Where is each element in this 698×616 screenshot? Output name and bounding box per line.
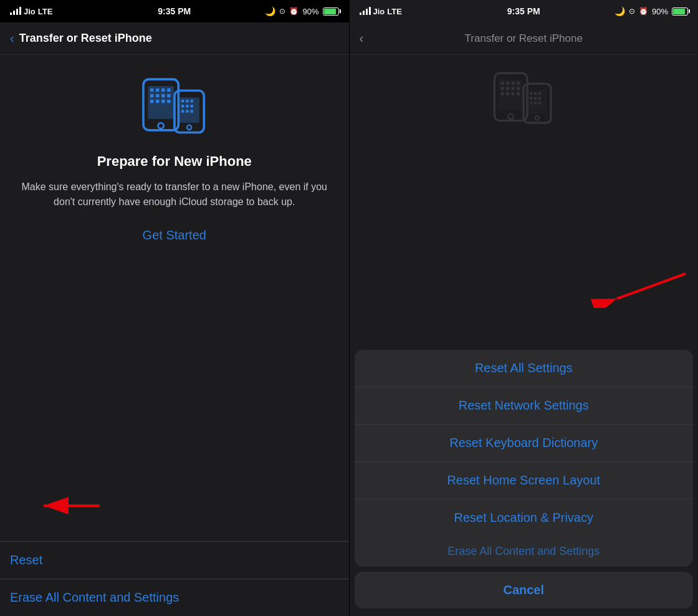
left-phone-panel: Jio LTE 9:35 PM 🌙 ⊙ ⏰ 90% ‹ Transfer or … (0, 0, 350, 616)
svg-rect-12 (161, 100, 165, 103)
svg-rect-53 (534, 102, 537, 104)
moon-icon: 🌙 (265, 6, 275, 16)
svg-rect-46 (530, 92, 532, 95)
svg-point-55 (535, 116, 540, 120)
signal-bars (10, 7, 21, 15)
right-network: LTE (387, 7, 402, 16)
svg-rect-49 (530, 97, 532, 100)
right-nav-title: Transfer or Reset iPhone (350, 32, 699, 45)
get-started-button[interactable]: Get Started (143, 228, 206, 243)
svg-rect-32 (506, 82, 509, 85)
svg-rect-51 (538, 97, 541, 100)
right-battery-icon (672, 7, 688, 16)
svg-rect-34 (517, 82, 520, 85)
right-carrier: Jio (373, 7, 385, 16)
reset-location-privacy-item[interactable]: Reset Location & Privacy (355, 499, 694, 536)
action-sheet-group: Reset All Settings Reset Network Setting… (355, 350, 694, 567)
alarm-icon: ⏰ (289, 7, 299, 16)
cancel-button[interactable]: Cancel (355, 572, 694, 609)
left-main-content: Prepare for New iPhone Make sure everyth… (0, 55, 349, 541)
svg-rect-35 (501, 87, 504, 90)
battery-percent-left: 90% (302, 7, 318, 16)
svg-rect-9 (167, 94, 170, 97)
right-status-bar: Jio LTE 9:35 PM 🌙 ⊙ ⏰ 90% (350, 0, 699, 22)
right-status-right: 🌙 ⊙ ⏰ 90% (614, 6, 688, 16)
svg-rect-11 (156, 100, 159, 103)
left-status-bar: Jio LTE 9:35 PM 🌙 ⊙ ⏰ 90% (0, 0, 349, 22)
right-status-left: Jio LTE (360, 7, 402, 16)
svg-rect-37 (512, 87, 515, 90)
svg-rect-47 (534, 92, 537, 95)
svg-rect-42 (517, 92, 520, 95)
reset-keyboard-dictionary-item[interactable]: Reset Keyboard Dictionary (355, 425, 694, 462)
left-nav-bar: ‹ Transfer or Reset iPhone (0, 22, 349, 55)
erase-partial-item[interactable]: Erase All Content and Settings (355, 536, 694, 567)
svg-point-43 (509, 114, 514, 119)
battery-icon-left (323, 7, 339, 16)
svg-rect-18 (186, 100, 189, 103)
erase-menu-item[interactable]: Erase All Content and Settings (0, 579, 349, 616)
svg-rect-52 (530, 102, 532, 104)
left-back-button[interactable]: ‹ (10, 31, 14, 46)
svg-rect-8 (161, 94, 165, 97)
svg-rect-39 (501, 92, 504, 95)
reset-home-screen-item[interactable]: Reset Home Screen Layout (355, 462, 694, 499)
svg-rect-54 (538, 102, 541, 104)
svg-rect-17 (181, 100, 184, 103)
network-left: LTE (38, 7, 53, 16)
svg-rect-2 (150, 89, 153, 92)
right-nav-bar: ‹ Transfer or Reset iPhone (350, 22, 699, 55)
action-sheet-overlay: Reset All Settings Reset Network Setting… (350, 350, 699, 616)
svg-rect-20 (181, 105, 184, 108)
right-phone-panel: Jio LTE 9:35 PM 🌙 ⊙ ⏰ 90% ‹ Transfer or … (350, 0, 699, 616)
svg-point-14 (158, 123, 163, 128)
svg-rect-19 (190, 100, 193, 103)
svg-rect-5 (167, 89, 170, 92)
right-battery-percent: 90% (652, 7, 668, 16)
svg-rect-31 (501, 82, 504, 85)
right-signal-bars (360, 7, 371, 15)
left-bottom-menu: Reset Erase All Content and Settings (0, 541, 349, 616)
prepare-desc: Make sure everything's ready to transfer… (12, 180, 337, 209)
left-status-left: Jio LTE (10, 7, 52, 16)
svg-rect-41 (512, 92, 515, 95)
svg-rect-24 (186, 110, 189, 113)
svg-rect-6 (150, 94, 153, 97)
carrier-left: Jio (24, 7, 36, 16)
svg-rect-23 (181, 110, 184, 113)
svg-rect-22 (190, 105, 193, 108)
svg-rect-48 (538, 92, 541, 95)
svg-rect-13 (167, 100, 170, 103)
svg-rect-40 (506, 92, 509, 95)
svg-rect-4 (161, 89, 165, 92)
right-link-icon: ⊙ (629, 7, 635, 16)
reset-network-settings-item[interactable]: Reset Network Settings (355, 387, 694, 425)
svg-rect-3 (156, 89, 159, 92)
reset-all-settings-item[interactable]: Reset All Settings (355, 350, 694, 387)
svg-rect-50 (534, 97, 537, 100)
link-icon: ⊙ (279, 7, 285, 16)
svg-rect-21 (186, 105, 189, 108)
right-alarm-icon: ⏰ (639, 7, 648, 16)
right-time: 9:35 PM (507, 6, 540, 16)
svg-rect-25 (190, 110, 193, 113)
prepare-title: Prepare for New iPhone (97, 153, 252, 170)
reset-menu-item[interactable]: Reset (0, 542, 349, 579)
transfer-phones-icon (137, 74, 212, 136)
svg-rect-36 (506, 87, 509, 90)
svg-rect-33 (512, 82, 515, 85)
transfer-icon-container (137, 74, 212, 138)
right-moon-icon: 🌙 (614, 6, 625, 16)
svg-rect-7 (156, 94, 159, 97)
right-status-left: 🌙 ⊙ ⏰ 90% (265, 6, 338, 16)
svg-rect-10 (150, 100, 153, 103)
right-bg-phone-icon (489, 67, 558, 127)
svg-rect-38 (517, 87, 520, 90)
left-nav-title: Transfer or Reset iPhone (19, 32, 339, 45)
time-left: 9:35 PM (158, 6, 191, 16)
svg-point-26 (187, 125, 191, 130)
